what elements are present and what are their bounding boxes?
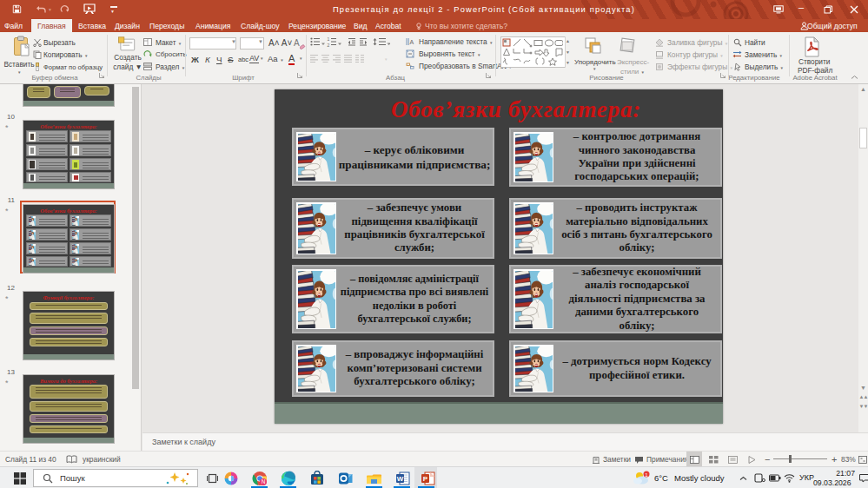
svg-text:N: N — [262, 478, 266, 485]
svg-text:2: 2 — [328, 43, 330, 47]
svg-text:1: 1 — [328, 37, 330, 42]
svg-text:P: P — [423, 475, 428, 483]
svg-text:A: A — [410, 39, 414, 45]
svg-text:W: W — [397, 475, 404, 483]
